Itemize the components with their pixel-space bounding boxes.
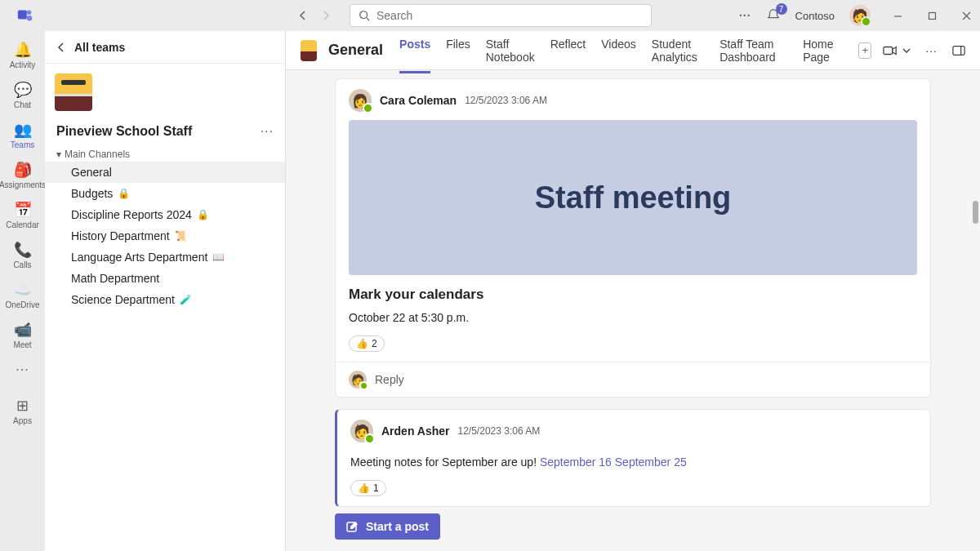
team-avatar[interactable] [55,73,92,111]
reply-avatar: 🧑 [349,371,367,389]
tab-staff-dashboard[interactable]: Staff Team Dashboard [719,28,787,73]
post-card: 👩 Cara Coleman 12/5/2023 3:06 AM Staff m… [335,78,931,398]
post-text: Meeting notes for September are up! [350,455,540,469]
channel-label: Discipline Reports 2024 [71,208,192,221]
video-icon: 📹 [14,321,32,339]
rail-label: Assignments [0,180,46,189]
rail-onedrive[interactable]: ☁️OneDrive [0,276,45,314]
post-author: Cara Coleman [380,94,457,107]
post-timestamp: 12/5/2023 3:06 AM [458,425,541,437]
post-author: Arden Asher [381,424,450,438]
svg-line-4 [367,18,370,21]
notifications-button[interactable]: 7 [766,8,781,23]
channel-label: History Department [71,229,170,242]
start-post-label: Start a post [366,520,429,533]
posts-feed[interactable]: 👩 Cara Coleman 12/5/2023 3:06 AM Staff m… [286,70,980,551]
scrollbar-thumb[interactable] [973,201,978,224]
svg-rect-6 [929,12,935,19]
open-pane-button[interactable] [952,45,965,56]
post-timestamp: 12/5/2023 3:06 AM [465,95,547,106]
people-icon: 👥 [14,121,32,139]
tab-files[interactable]: Files [446,28,470,73]
profile-avatar[interactable]: 🧑 [849,5,871,26]
channel-language-arts[interactable]: Language Arts Department📖 [45,247,285,268]
rail-label: Teams [11,140,34,149]
channel-section-header[interactable]: ▾ Main Channels [45,142,285,162]
maximize-button[interactable] [924,8,939,23]
all-teams-button[interactable]: All teams [45,31,285,64]
teams-logo [16,7,34,24]
cloud-icon: ☁️ [14,281,32,299]
channel-science[interactable]: Science Department🧪 [45,289,285,310]
lock-icon: 🔒 [197,209,209,220]
reaction-like[interactable]: 👍 2 [349,335,385,352]
minimize-button[interactable] [890,8,905,23]
rail-activity[interactable]: 🔔Activity [0,36,45,74]
channel-name: General [328,42,383,59]
channel-tabs: Posts Files Staff Notebook Reflect Video… [399,28,839,73]
tab-home-page[interactable]: Home Page [803,28,839,73]
tab-posts[interactable]: Posts [399,28,430,73]
rail-chat[interactable]: 💬Chat [0,76,45,114]
channel-general[interactable]: General [45,162,285,183]
channel-more-icon[interactable]: ··· [925,44,938,57]
post-title: Mark your calendars [336,275,930,306]
tab-reflect[interactable]: Reflect [550,28,586,73]
test-tube-icon: 🧪 [180,294,192,305]
assignments-icon: 🎒 [14,161,32,179]
settings-more-icon[interactable]: ··· [739,9,751,22]
rail-calendar[interactable]: 📅Calendar [0,196,45,234]
rail-teams[interactable]: 👥Teams [0,116,45,154]
post-reactions: 👍 2 [336,335,930,362]
search-input[interactable] [376,9,643,22]
rail-label: Calendar [6,220,39,229]
forward-button[interactable] [318,8,333,23]
post-banner: Staff meeting [349,120,917,275]
reaction-count: 1 [373,482,379,494]
book-icon: 📖 [212,251,225,263]
tab-videos[interactable]: Videos [601,28,636,73]
reply-button[interactable]: 🧑 Reply [336,362,930,397]
thumbs-up-icon: 👍 [358,482,370,494]
channel-sidebar: All teams Pineview School Staff ··· ▾ Ma… [45,31,286,551]
header-actions: ··· [883,44,965,57]
tab-staff-notebook[interactable]: Staff Notebook [486,28,535,73]
tab-student-analytics[interactable]: Student Analytics [652,28,704,73]
reply-label: Reply [375,373,404,386]
rail-assignments[interactable]: 🎒Assignments [0,156,45,194]
add-tab-button[interactable]: + [858,42,871,59]
search-box[interactable] [350,4,652,27]
reaction-like[interactable]: 👍 1 [350,480,386,496]
channel-budgets[interactable]: Budgets🔒 [45,183,285,204]
rail-meet[interactable]: 📹Meet [0,316,45,354]
author-avatar[interactable]: 🧑 [350,420,373,442]
svg-rect-10 [953,46,964,55]
post-link[interactable]: September 16 [540,455,612,469]
rail-calls[interactable]: 📞Calls [0,236,45,274]
channel-math[interactable]: Math Department [45,268,285,289]
rail-label: Apps [13,416,32,425]
rail-label: Chat [14,100,31,109]
channel-header: General Posts Files Staff Notebook Refle… [286,31,980,70]
channel-history[interactable]: History Department📜 [45,225,285,247]
team-name: Pineview School Staff [56,124,192,139]
chevron-down-icon [902,47,911,54]
rail-more-icon[interactable]: ··· [16,362,29,377]
channel-label: Science Department [71,293,175,306]
notification-badge: 7 [776,3,787,15]
channel-discipline[interactable]: Discipline Reports 2024🔒 [45,204,285,225]
title-bar: ··· 7 Contoso 🧑 [0,0,980,31]
channel-list: General Budgets🔒 Discipline Reports 2024… [45,162,285,310]
bell-icon: 🔔 [14,41,32,59]
svg-rect-0 [18,11,27,20]
post-link[interactable]: September 25 [615,455,687,469]
author-avatar[interactable]: 👩 [349,89,372,112]
meet-button[interactable] [883,45,911,56]
rail-label: OneDrive [5,300,39,309]
start-post-button[interactable]: Start a post [335,513,440,540]
thumbs-up-icon: 👍 [356,338,368,349]
close-button[interactable] [959,8,973,23]
rail-apps[interactable]: ⊞Apps [0,392,45,430]
back-button[interactable] [296,8,310,23]
team-more-icon[interactable]: ··· [261,124,274,139]
